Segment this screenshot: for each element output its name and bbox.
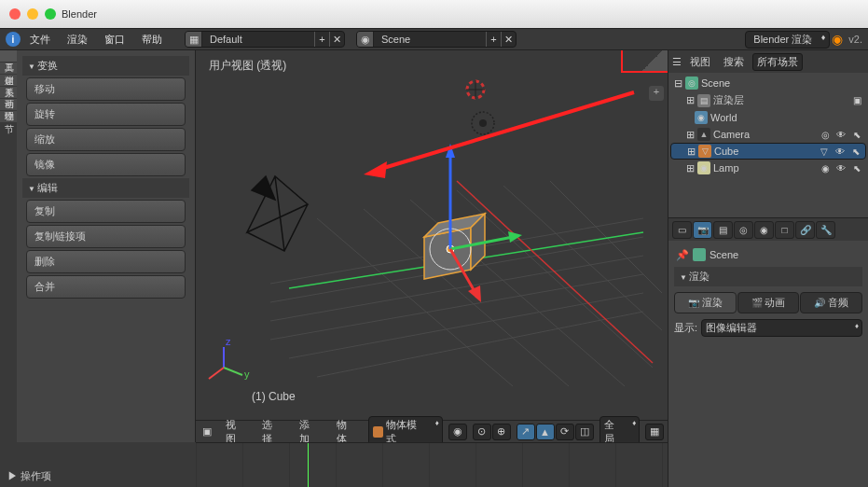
expand-icon[interactable]: ⊞ <box>686 146 696 158</box>
tab-relations[interactable]: 关系 <box>0 75 17 86</box>
tab-tools[interactable]: 工具 <box>0 50 17 62</box>
timeline-cursor[interactable] <box>308 443 309 487</box>
layout-add-button[interactable]: + <box>314 32 329 47</box>
scene-delete-button[interactable]: ✕ <box>501 32 516 47</box>
layout-name[interactable]: Default <box>202 34 314 45</box>
scale-button[interactable]: 缩放 <box>26 128 186 151</box>
outliner-row-scene[interactable]: ⊟ ◎ Scene <box>670 75 866 91</box>
translate-button[interactable]: 移动 <box>26 77 186 101</box>
tab-render-layers[interactable]: ▤ <box>713 221 733 239</box>
manipulator-rotate[interactable]: ⟳ <box>556 424 574 440</box>
visible-icon[interactable]: 👁 <box>834 163 847 174</box>
svg-marker-32 <box>364 161 387 178</box>
outliner-row-world[interactable]: ◉ World <box>670 109 866 126</box>
panel-transform-header[interactable]: 变换 <box>22 56 189 76</box>
outliner-row-camera[interactable]: ⊞ ▲ Camera ◎👁⬉ <box>670 126 866 143</box>
layout-browse-icon[interactable]: ▦ <box>186 32 202 47</box>
render-tab-audio[interactable]: 🔊 音频 <box>800 292 862 313</box>
visible-icon[interactable]: 👁 <box>834 146 847 157</box>
tab-section[interactable]: 节 <box>0 111 17 122</box>
editor-outliner-icon[interactable]: ☰ <box>672 56 682 68</box>
scene-icon <box>693 248 706 261</box>
select-icon[interactable]: ⬉ <box>849 146 862 157</box>
restrict-icon[interactable]: ▽ <box>818 146 831 157</box>
outliner-view-menu[interactable]: 视图 <box>685 53 715 71</box>
select-icon[interactable]: ⬉ <box>850 130 863 140</box>
restrict-icon[interactable]: ◉ <box>819 163 832 174</box>
expand-icon[interactable]: ⊞ <box>685 162 695 174</box>
layout-delete-button[interactable]: ✕ <box>329 32 344 47</box>
minimize-window-button[interactable] <box>27 8 38 20</box>
outliner-row-renderlayers[interactable]: ⊞ ▤ 渲染层 ▣ <box>670 91 866 109</box>
manipulator-toggle[interactable]: ↗ <box>517 424 535 440</box>
tab-render[interactable]: 📷 <box>693 221 712 239</box>
render-engine-selector[interactable]: Blender 渲染 <box>745 31 830 49</box>
visible-icon[interactable]: 👁 <box>834 130 847 140</box>
svg-marker-26 <box>468 285 481 302</box>
viewport-scene: z y <box>196 50 668 386</box>
pivot-individual-button[interactable]: ⊕ <box>492 424 511 440</box>
app-title: Blender <box>62 8 97 20</box>
area-split-widget[interactable] <box>638 50 668 71</box>
shading-selector[interactable]: ◉ <box>448 424 467 440</box>
layers-button[interactable]: ▦ <box>645 424 664 440</box>
toolshelf-tabs: 工具 创建 关系 动画 物理 节 <box>0 50 17 442</box>
pin-icon[interactable]: 📌 <box>676 249 689 261</box>
menu-window[interactable]: 窗口 <box>97 31 132 49</box>
outliner-search-menu[interactable]: 搜索 <box>719 53 749 71</box>
duplicate-linked-button[interactable]: 复制链接项 <box>26 225 186 248</box>
editor-type-icon[interactable]: i <box>6 32 21 47</box>
expand-icon[interactable]: ⊟ <box>673 77 682 90</box>
tab-editor-type[interactable]: ▭ <box>672 221 692 239</box>
tab-animation[interactable]: 动画 <box>0 87 17 98</box>
tab-scene[interactable]: ◎ <box>734 221 753 239</box>
panel-edit-header[interactable]: 编辑 <box>22 178 189 198</box>
panel-render-header[interactable]: 渲染 <box>674 267 862 286</box>
viewport-expand-button[interactable]: + <box>649 86 664 101</box>
manipulator-scale[interactable]: ◫ <box>575 424 594 440</box>
active-object-label: (1) Cube <box>252 390 296 403</box>
3d-viewport[interactable]: 用户视图 (透视) <box>196 50 668 420</box>
tab-create[interactable]: 创建 <box>0 63 17 74</box>
scene-name-field[interactable]: Scene <box>374 34 486 45</box>
tab-modifiers[interactable]: 🔧 <box>816 221 835 239</box>
manipulator-translate[interactable]: ▲ <box>536 424 555 440</box>
scene-selector[interactable]: ◉ Scene + ✕ <box>356 31 517 48</box>
render-icon[interactable]: ▣ <box>850 95 863 105</box>
restrict-icon[interactable]: ◎ <box>819 130 832 140</box>
duplicate-button[interactable]: 复制 <box>26 200 186 223</box>
menu-render[interactable]: 渲染 <box>60 31 95 49</box>
scene-browse-icon[interactable]: ◉ <box>357 32 374 47</box>
pivot-selector[interactable]: ⊙ <box>473 424 491 440</box>
delete-button[interactable]: 删除 <box>26 250 186 273</box>
tab-object[interactable]: □ <box>775 221 794 239</box>
render-tab-render[interactable]: 📷 渲染 <box>674 292 737 313</box>
window-controls <box>9 8 56 20</box>
tab-constraints[interactable]: 🔗 <box>795 221 815 239</box>
join-button[interactable]: 合并 <box>26 275 186 299</box>
operator-panel-header[interactable]: ▶ 操作项 <box>0 466 196 487</box>
tab-world[interactable]: ◉ <box>754 221 774 239</box>
outliner-row-lamp[interactable]: ⊞ ◉ Lamp ◉👁⬉ <box>670 160 866 176</box>
expand-icon[interactable]: ⊞ <box>685 94 695 106</box>
toolshelf: 工具 创建 关系 动画 物理 节 变换 移动 旋转 缩放 镜像 编辑 复制 复制… <box>0 50 196 442</box>
render-tab-animation[interactable]: 🎬 动画 <box>737 292 800 313</box>
annotation-arrow <box>378 92 634 170</box>
expand-icon[interactable]: ⊞ <box>685 129 695 141</box>
tab-physics[interactable]: 物理 <box>0 99 17 110</box>
screen-layout-selector[interactable]: ▦ Default + ✕ <box>185 31 345 48</box>
display-mode-selector[interactable]: 图像编辑器 <box>701 319 862 337</box>
scene-add-button[interactable]: + <box>486 32 501 47</box>
menu-help[interactable]: 帮助 <box>134 31 170 49</box>
outliner-row-cube[interactable]: ⊞ ▽ Cube ▽👁⬉ <box>670 143 866 160</box>
select-icon[interactable]: ⬉ <box>850 163 863 174</box>
editor-3dview-icon[interactable]: ▣ <box>200 425 214 438</box>
maximize-window-button[interactable] <box>45 8 56 20</box>
rotate-button[interactable]: 旋转 <box>26 103 186 126</box>
version-text: v2. <box>848 34 862 45</box>
mirror-button[interactable]: 镜像 <box>26 153 186 176</box>
menu-file[interactable]: 文件 <box>22 31 58 49</box>
close-window-button[interactable] <box>9 8 21 20</box>
timeline[interactable] <box>196 442 668 487</box>
outliner-filter[interactable]: 所有场景 <box>752 53 803 71</box>
